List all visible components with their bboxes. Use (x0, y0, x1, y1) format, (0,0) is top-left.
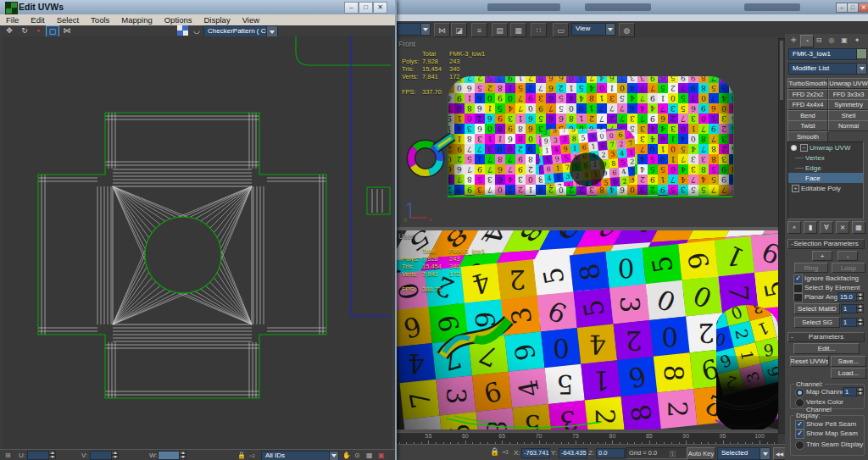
pin-stack-icon[interactable]: ∘ (787, 221, 801, 234)
modifier-button-twist[interactable]: Twist (787, 120, 828, 131)
curve-editor-icon[interactable]: ▤ (492, 23, 508, 37)
dropdown-arrow-icon[interactable] (329, 451, 339, 460)
modifier-list-dropdown[interactable]: Modifier List (788, 63, 861, 75)
snap-icon[interactable]: ⊙ (354, 452, 360, 459)
vertex-color-radio[interactable] (795, 398, 804, 407)
loop-button[interactable]: Loop (832, 263, 865, 273)
grid-icon[interactable]: ▦ (366, 452, 373, 459)
tab-display[interactable]: ▣ (838, 35, 850, 46)
sg-spinner[interactable] (856, 318, 864, 326)
auto-key-button[interactable]: Auto Key (687, 447, 715, 460)
u-field[interactable] (27, 451, 49, 460)
go-to-start-button[interactable]: ◀◀ (773, 447, 786, 460)
remove-modifier-icon[interactable]: ⨯ (836, 221, 849, 234)
select-by-element-checkbox[interactable] (793, 284, 803, 293)
collapse-icon[interactable]: − (800, 144, 808, 152)
viewport-front[interactable]: Front TotalFMK-3_low1Polys:7,928243Tris:… (395, 38, 778, 227)
rotate-icon[interactable]: ↻ (19, 25, 31, 36)
lock-selection-icon[interactable]: 🔒 (490, 447, 499, 456)
modifier-button-shell[interactable]: Shell (828, 110, 868, 121)
menu-item-display[interactable]: Display (198, 14, 236, 25)
planar-angle-field[interactable]: 15.0 (837, 292, 858, 302)
maximize-button[interactable]: □ (359, 2, 373, 14)
stack-item-editable-poly[interactable]: +Editable Poly (788, 183, 863, 193)
schematic-view-icon[interactable]: ▦ (510, 23, 526, 37)
menu-item-options[interactable]: Options (159, 14, 198, 25)
material-editor-icon[interactable]: ∷ (531, 23, 547, 37)
load-uvws-button[interactable]: Load... (831, 368, 866, 379)
modifier-button-ffd-3x3x3[interactable]: FFD 3x3x3 (828, 89, 868, 100)
show-pelt-seam-checkbox[interactable]: ✓ (795, 420, 804, 430)
viewport-label[interactable]: Front (398, 40, 415, 48)
select-matid-button[interactable]: Select MatID (794, 303, 840, 314)
freeform-mode-icon[interactable]: ▢ (46, 25, 59, 37)
modifier-button-ffd-2x2x2[interactable]: FFD 2x2x2 (787, 89, 828, 100)
selection-set-dropdown[interactable]: Selected (717, 447, 765, 460)
menu-item-edit[interactable]: Edit (25, 14, 50, 25)
close-button[interactable]: ✕ (858, 3, 868, 13)
tab-hierarchy[interactable]: ⊟ (813, 35, 825, 46)
z-coordinate-field[interactable]: 0.0 (596, 448, 625, 458)
move-icon[interactable]: ✥ (3, 25, 15, 36)
menu-item-tools[interactable]: Tools (85, 14, 115, 25)
shrink-selection-button[interactable]: - (837, 251, 858, 261)
matid-spinner[interactable] (856, 304, 864, 313)
lock-icon[interactable]: 🔒 (237, 452, 246, 459)
dropdown-arrow-icon[interactable] (856, 63, 867, 75)
minimize-button[interactable]: – (836, 3, 848, 13)
map-channel-radio[interactable] (795, 388, 804, 397)
filter-icon[interactable]: ✋ (342, 452, 351, 459)
options-icon[interactable]: ▣ (378, 452, 385, 459)
object-color-swatch[interactable] (856, 48, 867, 59)
x-coordinate-field[interactable]: -763.741 (521, 448, 550, 458)
modifier-button-ffd-4x4x4[interactable]: FFD 4x4x4 (787, 99, 828, 110)
menu-item-mapping[interactable]: Mapping (115, 14, 158, 25)
w-field[interactable] (158, 451, 180, 460)
modifier-button-normal[interactable]: Normal (828, 120, 868, 131)
menu-item-view[interactable]: View (236, 14, 265, 25)
matid-field[interactable]: 1 (841, 304, 858, 313)
stack-item-face[interactable]: Face (788, 173, 863, 183)
lightbulb-icon[interactable] (791, 145, 797, 151)
uv-editor-canvas[interactable] (2, 36, 392, 449)
show-end-result-icon[interactable]: ▮ (804, 221, 817, 234)
planar-angle-spinner[interactable] (856, 292, 864, 301)
modifier-button-unwrap-uvw[interactable]: Unwrap UVW (828, 78, 868, 89)
model-boss-front[interactable]: 0397979215883933853006708149161672790595… (539, 129, 635, 186)
menu-item-file[interactable]: File (0, 14, 25, 25)
dropdown-arrow-icon[interactable] (760, 447, 771, 460)
material-id-filter-dropdown[interactable]: All IDs (261, 451, 334, 460)
ring-button[interactable]: Ring (794, 263, 828, 273)
modifier-button-turbosmooth[interactable]: TurboSmooth (787, 78, 828, 89)
render-setup-icon[interactable]: ▭ (553, 23, 569, 37)
object-name-field[interactable]: FMK-3_low1 (788, 48, 858, 60)
select-sg-button[interactable]: Select SG (794, 317, 840, 328)
ignore-backfacing-checkbox[interactable]: ✓ (793, 274, 803, 284)
show-map-seam-checkbox[interactable]: ✓ (795, 430, 804, 439)
mirror-icon[interactable]: ⋈ (434, 23, 450, 37)
modifier-button-bend[interactable]: Bend (787, 110, 828, 121)
configure-modifier-sets-icon[interactable]: ▦ (852, 221, 865, 234)
tab-motion[interactable]: ◎ (826, 35, 837, 46)
thin-seam-radio[interactable] (795, 441, 804, 450)
stack-item-edge[interactable]: Edge (788, 163, 863, 173)
rollout-parameters[interactable]: -Parameters (787, 332, 865, 342)
align-icon[interactable]: ◪ (451, 23, 467, 37)
u-spinner[interactable] (48, 451, 56, 458)
expand-icon[interactable]: + (792, 185, 799, 192)
uv-toggle-icon[interactable]: ◡ (191, 25, 203, 36)
edit-uvws-button[interactable]: Edit... (793, 343, 860, 354)
rollout-selection-parameters[interactable]: -Selection Parameters (787, 239, 865, 249)
timeline-ruler[interactable]: 556065707580859095100 (395, 432, 778, 445)
transform-type-icon[interactable]: ⊞ (5, 452, 11, 459)
close-button[interactable]: ✕ (373, 2, 387, 14)
edit-uvws-titlebar[interactable]: Edit UVWs – □ ✕ (0, 0, 395, 14)
y-coordinate-field[interactable]: -643.435 (559, 448, 587, 458)
show-map-icon[interactable] (177, 25, 188, 36)
scale-icon[interactable]: ▪ (32, 25, 44, 36)
v-spinner[interactable] (111, 451, 119, 458)
stack-item-unwrap-uvw[interactable]: −Unwrap UVW (788, 142, 863, 152)
v-field[interactable] (90, 451, 112, 460)
tab-modify[interactable]: ◔ (800, 35, 814, 47)
map-channel-spinner[interactable] (856, 387, 864, 396)
